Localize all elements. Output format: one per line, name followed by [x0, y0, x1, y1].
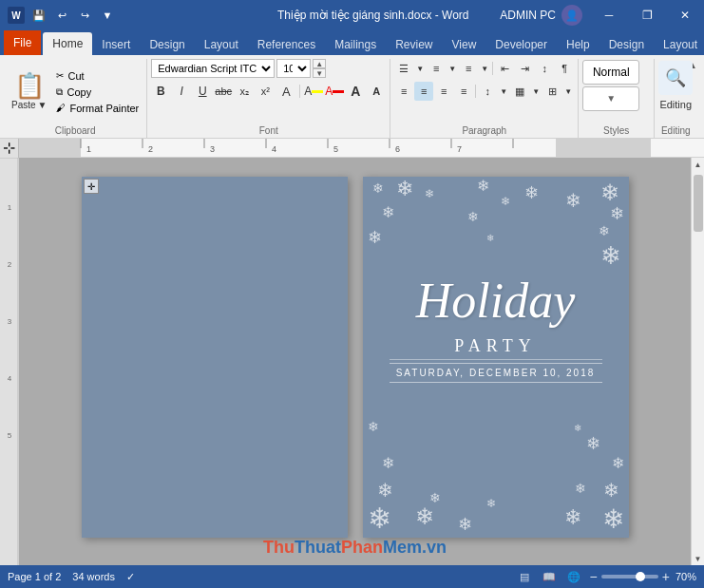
clipboard-label: Clipboard [4, 125, 146, 136]
bullet-list-button[interactable]: ☰ [394, 59, 413, 78]
read-mode-button[interactable]: 📖 [541, 568, 558, 585]
dropdown-line-spacing[interactable]: ▼ [498, 82, 509, 101]
dropdown-shading[interactable]: ▼ [530, 82, 542, 101]
snowflake-12: ❄ [501, 196, 510, 207]
tab-mailings[interactable]: Mailings [325, 34, 386, 55]
styles-normal[interactable]: Normal [582, 60, 639, 85]
sort-button[interactable]: ↕ [535, 59, 554, 78]
borders-button[interactable]: ⊞ [542, 82, 561, 101]
font-size-larger[interactable]: A [346, 82, 365, 101]
web-layout-button[interactable]: 🌐 [565, 568, 582, 585]
svg-text:1: 1 [8, 203, 12, 212]
zoom-out-button[interactable]: − [590, 569, 598, 584]
highlight-button[interactable]: A [304, 82, 323, 101]
underline-button[interactable]: U [193, 82, 212, 101]
snowflake-b9: ❄ [603, 481, 619, 500]
svg-text:4: 4 [272, 144, 276, 154]
snowflake-1: ❄ [372, 181, 384, 195]
font-color-button[interactable]: A [325, 82, 344, 101]
close-button[interactable]: ✕ [666, 0, 704, 30]
copy-button[interactable]: ⧉ Copy [52, 85, 143, 100]
ruler-svg: 1 2 3 4 5 6 7 [19, 139, 704, 157]
dropdown-bullet[interactable]: ▼ [414, 59, 426, 78]
font-size-decrease[interactable]: ▼ [313, 68, 326, 78]
scrollbar-track[interactable] [692, 171, 704, 552]
scrollbar-thumb[interactable] [694, 175, 703, 232]
tab-insert[interactable]: Insert [92, 34, 140, 55]
italic-button[interactable]: I [172, 82, 191, 101]
redo-button[interactable]: ↪ [74, 5, 95, 26]
tab-file[interactable]: File [4, 30, 41, 55]
holiday-title: Holiday [363, 276, 629, 326]
align-right-button[interactable]: ≡ [434, 82, 453, 101]
window-controls: ─ ❐ ✕ [590, 0, 704, 30]
print-layout-button[interactable]: ▤ [516, 568, 533, 585]
tab-layout[interactable]: Layout [195, 34, 248, 55]
clear-format-button[interactable]: A [276, 82, 295, 101]
align-center-button[interactable]: ≡ [414, 82, 433, 101]
ruler-corner[interactable]: ⊹ [0, 139, 19, 158]
subscript-button[interactable]: x₂ [235, 82, 254, 101]
highlight-color [312, 90, 323, 93]
scrollbar-down-arrow[interactable]: ▼ [692, 552, 705, 565]
tab-design2[interactable]: Design [599, 34, 654, 55]
line-spacing-button[interactable]: ↕ [478, 82, 497, 101]
justify-button[interactable]: ≡ [454, 82, 473, 101]
move-handle[interactable]: ✛ [84, 179, 99, 194]
editing-label: Editing [659, 99, 692, 110]
decrease-indent-button[interactable]: ⇤ [495, 59, 514, 78]
dropdown-multilevel[interactable]: ▼ [479, 59, 490, 78]
format-painter-button[interactable]: 🖌 Format Painter [52, 101, 143, 116]
styles-scrollbar[interactable]: ▼ [582, 86, 639, 111]
divider3 [475, 85, 476, 98]
undo-button[interactable]: ↩ [51, 5, 72, 26]
clipboard-secondary: ✂ Cut ⧉ Copy 🖌 Format Painter [52, 68, 143, 116]
cut-button[interactable]: ✂ Cut [52, 68, 143, 84]
snowflake-14: ❄ [467, 210, 479, 223]
editing-group-label: Editing [655, 125, 696, 136]
font-size-select[interactable]: 105 [276, 59, 311, 78]
font-size-smaller[interactable]: A [367, 82, 386, 101]
snowflake-b10: ❄ [612, 456, 624, 471]
tab-review[interactable]: Review [386, 34, 442, 55]
zoom-slider-thumb[interactable] [636, 572, 645, 581]
restore-button[interactable]: ❐ [628, 0, 666, 30]
show-marks-button[interactable]: ¶ [555, 59, 574, 78]
vertical-scrollbar[interactable]: ▲ ▼ [691, 158, 704, 565]
align-left-button[interactable]: ≡ [394, 82, 413, 101]
minimize-button[interactable]: ─ [590, 0, 628, 30]
snowflake-b6: ❄ [458, 516, 472, 533]
bold-button[interactable]: B [151, 82, 170, 101]
tab-references[interactable]: References [248, 34, 325, 55]
font-color-indicator [333, 90, 344, 93]
increase-indent-button[interactable]: ⇥ [515, 59, 534, 78]
font-size-increase[interactable]: ▲ [313, 59, 326, 68]
zoom-control: − + 70% [590, 569, 696, 584]
tab-design[interactable]: Design [140, 34, 194, 55]
zoom-slider[interactable] [601, 575, 658, 579]
svg-rect-1 [19, 139, 81, 157]
left-page[interactable]: ✛ [82, 177, 348, 538]
right-page[interactable]: ❄ ❄ ❄ ❄ ❄ ❄ ❄ ❄ ❄ ❄ ❄ ❄ ❄ ❄ ❄ [363, 177, 629, 538]
strikethrough-button[interactable]: abc [214, 82, 233, 101]
tab-home[interactable]: Home [43, 32, 92, 55]
save-button[interactable]: 💾 [29, 5, 49, 26]
tab-layout2[interactable]: Layout [654, 34, 704, 55]
search-button[interactable]: 🔍 [658, 61, 693, 95]
scrollbar-up-arrow[interactable]: ▲ [692, 158, 705, 171]
tab-view[interactable]: View [443, 34, 486, 55]
dropdown-number[interactable]: ▼ [447, 59, 458, 78]
font-color-icon: A [325, 85, 333, 98]
zoom-in-button[interactable]: + [662, 569, 670, 584]
tab-help[interactable]: Help [557, 34, 599, 55]
shading-button[interactable]: ▦ [510, 82, 529, 101]
superscript-button[interactable]: x² [256, 82, 275, 101]
tab-developer[interactable]: Developer [485, 34, 557, 55]
dropdown-borders[interactable]: ▼ [562, 82, 574, 101]
font-name-select[interactable]: Edwardian Script ITC [151, 59, 275, 78]
customize-qat-button[interactable]: ▼ [97, 5, 118, 26]
paste-dropdown-icon[interactable]: ▼ [38, 100, 48, 110]
number-list-button[interactable]: ≡ [427, 59, 446, 78]
multilevel-list-button[interactable]: ≡ [459, 59, 478, 78]
paste-button[interactable]: 📋 Paste ▼ [8, 65, 50, 120]
